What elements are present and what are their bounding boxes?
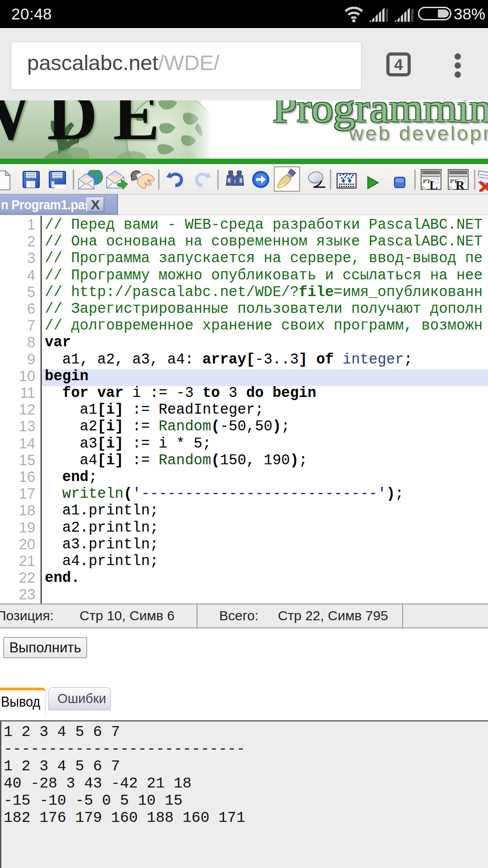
svg-text:R: R <box>455 178 465 191</box>
svg-text:L: L <box>429 178 438 191</box>
